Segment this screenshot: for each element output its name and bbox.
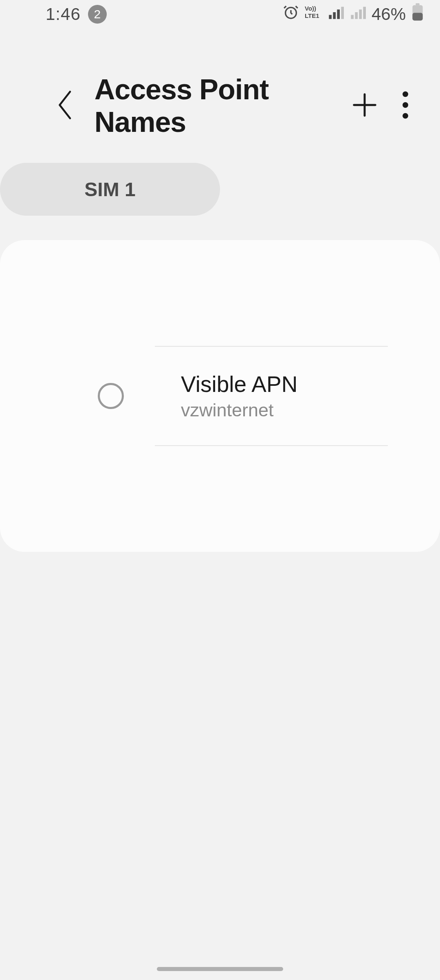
tab-sim2-empty — [220, 163, 440, 216]
status-bar: 1:46 2 Vo))LTE1 46% — [0, 0, 440, 28]
apn-list-card: Visible APN vzwinternet — [0, 240, 440, 552]
battery-percent: 46% — [372, 4, 406, 24]
status-right: Vo))LTE1 46% — [283, 3, 424, 25]
more-options-button[interactable] — [387, 81, 424, 130]
status-time: 1:46 — [46, 4, 81, 24]
battery-icon — [411, 3, 424, 25]
sim-tabs: SIM 1 — [0, 163, 440, 216]
svg-point-18 — [403, 113, 408, 119]
svg-rect-3 — [329, 15, 332, 19]
svg-rect-6 — [341, 7, 344, 19]
gesture-nav-indicator[interactable] — [157, 967, 283, 971]
app-header: Access Point Names — [0, 28, 440, 163]
svg-point-17 — [403, 102, 408, 108]
back-button[interactable] — [49, 81, 82, 130]
apn-list-item[interactable]: Visible APN vzwinternet — [0, 347, 440, 445]
svg-text:Vo)): Vo)) — [305, 5, 316, 12]
volte-icon: Vo))LTE1 — [305, 4, 322, 24]
svg-rect-7 — [351, 15, 354, 19]
plus-icon — [350, 91, 379, 121]
apn-value: vzwinternet — [181, 400, 388, 421]
alarm-icon — [283, 4, 299, 24]
svg-point-16 — [403, 91, 408, 97]
signal-bars-sim1-icon — [328, 4, 344, 24]
more-vert-icon — [402, 91, 409, 121]
page-title: Access Point Names — [95, 73, 343, 138]
notification-count-badge: 2 — [88, 5, 107, 24]
svg-rect-5 — [337, 9, 340, 19]
svg-rect-10 — [363, 7, 366, 19]
chevron-left-icon — [57, 89, 75, 123]
tab-sim1[interactable]: SIM 1 — [0, 163, 220, 216]
svg-rect-8 — [355, 12, 358, 19]
svg-rect-4 — [333, 12, 336, 19]
signal-bars-sim2-icon — [350, 4, 366, 24]
add-apn-button[interactable] — [342, 81, 387, 130]
svg-rect-13 — [412, 13, 422, 21]
svg-rect-11 — [416, 3, 419, 5]
card-top-spacer — [0, 240, 440, 346]
apn-radio[interactable] — [98, 383, 124, 409]
apn-name: Visible APN — [181, 371, 388, 397]
status-left: 1:46 2 — [46, 4, 107, 24]
tab-sim1-label: SIM 1 — [84, 178, 135, 201]
apn-texts: Visible APN vzwinternet — [181, 371, 388, 421]
svg-text:LTE1: LTE1 — [305, 12, 319, 19]
svg-rect-9 — [359, 9, 362, 19]
list-divider-bottom — [155, 445, 388, 446]
